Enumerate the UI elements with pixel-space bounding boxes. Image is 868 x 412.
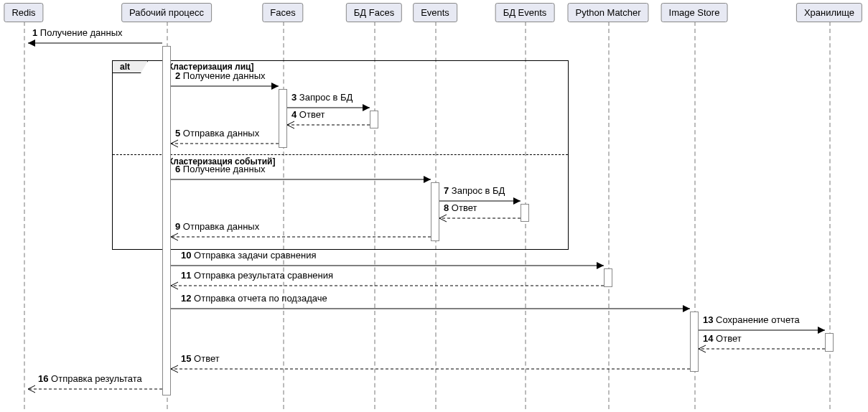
sequence-diagram: RedisРабочий процессFacesБД FacesEventsБ… [0, 0, 868, 412]
participant-dbfaces: БД Faces [346, 3, 402, 22]
activation-imgstore [690, 312, 699, 372]
message-text: Ответ [297, 109, 325, 120]
message-text: Отправка данных [180, 128, 259, 139]
message-8: 8 Ответ [439, 214, 521, 225]
message-label: 13 Сохранение отчета [703, 314, 800, 325]
message-9: 9 Отправка данных [171, 233, 431, 244]
message-label: 8 Ответ [444, 202, 477, 213]
message-14: 14 Ответ [699, 345, 825, 356]
message-label: 3 Запрос в БД [291, 92, 353, 103]
message-15: 15 Ответ [171, 365, 690, 376]
message-text: Ответ [449, 202, 477, 213]
participant-events: Events [413, 3, 457, 22]
message-label: 7 Запрос в БД [444, 185, 505, 196]
participant-label: Events [421, 7, 449, 18]
activation-faces [279, 89, 287, 148]
message-text: Сохранение отчета [713, 314, 799, 325]
message-label: 10 Отправка задачи сравнения [181, 250, 317, 261]
activation-worker [162, 46, 171, 395]
participant-dbevents: БД Events [495, 3, 555, 22]
message-2: 2 Получение данных [171, 82, 279, 93]
participant-redis: Redis [4, 3, 43, 22]
message-label: 12 Отправка отчета по подзадаче [181, 293, 327, 304]
message-12: 12 Отправка отчета по подзадаче [171, 304, 690, 316]
message-text: Отправка отчета по подзадаче [191, 293, 327, 304]
participant-label: Redis [11, 7, 35, 18]
message-number: 15 [181, 353, 191, 364]
message-label: 5 Отправка данных [175, 128, 259, 139]
participant-faces: Faces [262, 3, 303, 22]
message-11: 11 Отправка результата сравнения [171, 281, 604, 293]
message-number: 11 [181, 270, 191, 281]
message-text: Ответ [713, 333, 741, 344]
message-number: 13 [703, 314, 713, 325]
message-label: 2 Получение данных [175, 70, 266, 81]
message-text: Получение данных [180, 164, 265, 174]
message-text: Отправка данных [180, 221, 259, 232]
activation-matcher [604, 268, 612, 287]
message-text: Запрос в БД [297, 92, 353, 103]
message-text: Запрос в БД [449, 185, 505, 196]
message-label: 15 Ответ [181, 353, 220, 364]
message-label: 1 Получение данных [32, 27, 123, 38]
participant-label: Image Store [669, 7, 720, 18]
message-text: Ответ [191, 353, 219, 364]
participant-matcher: Python Matcher [567, 3, 648, 22]
participant-label: БД Events [503, 7, 547, 18]
message-number: 10 [181, 250, 191, 261]
message-label: 11 Отправка результата сравнения [181, 270, 333, 281]
alt-separator [113, 154, 568, 155]
message-number: 14 [703, 333, 713, 344]
lifeline-redis [24, 22, 25, 409]
message-number: 16 [38, 373, 48, 384]
message-text: Получение данных [37, 27, 122, 38]
participant-worker: Рабочий процесс [121, 3, 212, 22]
activation-events [431, 182, 439, 241]
message-6: 6 Получение данных [171, 175, 431, 187]
message-text: Получение данных [180, 70, 265, 81]
message-5: 5 Отправка данных [171, 139, 279, 151]
activation-dbfaces [370, 111, 378, 128]
participant-label: БД Faces [354, 7, 394, 18]
message-label: 16 Отправка результата [38, 373, 142, 384]
message-label: 14 Ответ [703, 333, 742, 344]
message-1: 1 Получение данных [28, 39, 162, 50]
participant-label: Python Matcher [575, 7, 640, 18]
participant-label: Faces [270, 7, 295, 18]
activation-dbevents [521, 204, 529, 222]
message-text: Отправка результата [48, 373, 141, 384]
lifeline-matcher [608, 22, 610, 409]
activation-storage [825, 333, 834, 352]
message-text: Отправка задачи сравнения [191, 250, 316, 261]
message-label: 4 Ответ [291, 109, 325, 120]
participant-storage: Хранилище [796, 3, 862, 22]
message-text: Отправка результата сравнения [191, 270, 333, 281]
alt-label: alt [113, 61, 148, 73]
message-number: 12 [181, 293, 191, 304]
message-label: 6 Получение данных [175, 164, 266, 174]
message-16: 16 Отправка результата [28, 385, 162, 396]
participant-label: Рабочий процесс [129, 7, 204, 18]
message-4: 4 Ответ [287, 121, 370, 132]
participant-imgstore: Image Store [661, 3, 728, 22]
participant-label: Хранилище [804, 7, 854, 18]
message-label: 9 Отправка данных [175, 221, 259, 232]
